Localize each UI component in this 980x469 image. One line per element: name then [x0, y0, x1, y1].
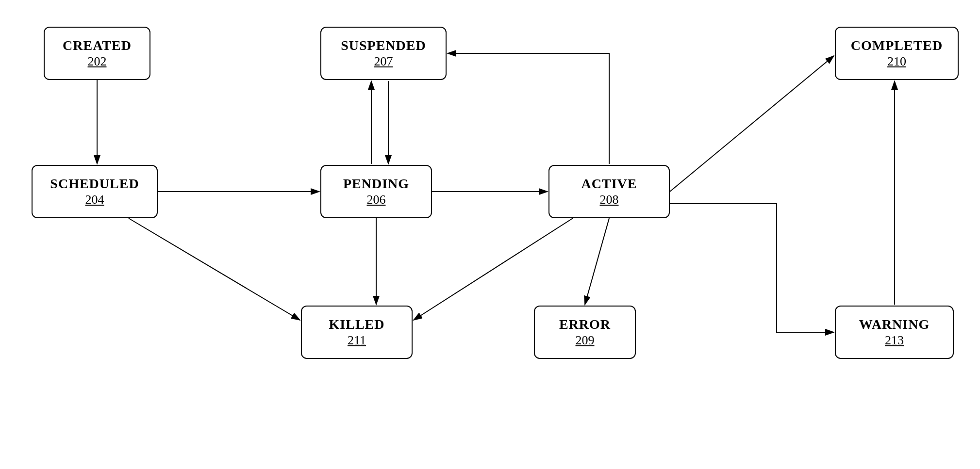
node-active: ACTIVE 208	[548, 165, 670, 218]
created-number: 202	[88, 54, 107, 69]
pending-label: PENDING	[343, 176, 409, 192]
scheduled-number: 204	[85, 193, 104, 207]
killed-number: 211	[348, 333, 366, 348]
node-error: ERROR 209	[534, 306, 636, 359]
node-created: CREATED 202	[44, 27, 150, 80]
active-label: ACTIVE	[581, 176, 637, 192]
arrow-scheduled-killed	[129, 218, 300, 320]
killed-label: KILLED	[329, 317, 385, 332]
suspended-label: SUSPENDED	[341, 38, 426, 53]
pending-number: 206	[367, 193, 386, 207]
warning-label: WARNING	[859, 317, 930, 332]
arrow-active-killed	[414, 218, 573, 320]
node-pending: PENDING 206	[320, 165, 432, 218]
node-warning: WARNING 213	[835, 306, 954, 359]
arrow-active-suspended	[448, 53, 609, 164]
arrow-active-warning	[670, 204, 834, 332]
suspended-number: 207	[374, 54, 393, 69]
active-number: 208	[600, 193, 619, 207]
error-number: 209	[576, 333, 595, 348]
completed-number: 210	[887, 54, 906, 69]
error-label: ERROR	[559, 317, 611, 332]
node-completed: COMPLETED 210	[835, 27, 959, 80]
warning-number: 213	[885, 333, 904, 348]
arrow-active-completed	[670, 56, 834, 192]
scheduled-label: SCHEDULED	[50, 176, 139, 192]
node-killed: KILLED 211	[301, 306, 413, 359]
node-suspended: SUSPENDED 207	[320, 27, 447, 80]
arrow-active-error	[585, 218, 609, 305]
state-diagram: CREATED 202 SCHEDULED 204 SUSPENDED 207 …	[0, 0, 980, 469]
node-scheduled: SCHEDULED 204	[32, 165, 158, 218]
created-label: CREATED	[63, 38, 132, 53]
completed-label: COMPLETED	[851, 38, 943, 53]
